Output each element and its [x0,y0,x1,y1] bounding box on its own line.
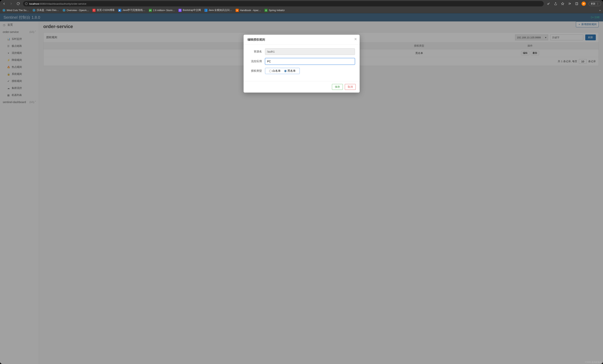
modal-overlay: 编辑授权规则 × 资源名 流控应用 授权类型 [0,13,603,364]
star-icon[interactable] [560,1,565,6]
svg-rect-9 [576,2,578,5]
radio-blacklist[interactable]: 黑名单 [284,69,296,73]
label-type: 授权类型 [248,69,262,73]
favicon-icon: ● [236,9,239,12]
address-bar[interactable]: localhost:8080/#/dashboard/authority/ord… [23,1,544,6]
favicon-icon: C [93,9,95,12]
globe-icon: 🌐 [32,9,35,12]
bookmark-item[interactable]: ▶Java学习完整路线… [118,9,145,12]
globe-icon: 🌐 [2,9,5,12]
bookmark-item[interactable]: ●Handbook - Apac… [236,9,261,12]
bookmarks-bar: 🌐Wind Cuts The Su… 🌐仪表盘 - Halo Das… 🌐Ove… [0,7,603,13]
url-host: localhost [29,2,39,5]
label-app: 流控应用 [248,60,262,63]
cancel-button[interactable]: 取消 [345,84,356,90]
type-radio-group: 白名单 黑名单 [265,68,300,74]
update-button[interactable]: 更新 ⋮ [589,1,601,6]
url-path: /#/dashboard/authority/order-service [46,2,86,5]
edit-rule-modal: 编辑授权规则 × 资源名 流控应用 授权类型 [244,35,359,93]
playlist-icon[interactable] [568,1,572,6]
favicon-icon: ▶ [118,9,121,12]
bookmark-item[interactable]: 🌐仪表盘 - Halo Das… [32,9,59,12]
kebab-icon: ⋮ [597,2,599,5]
flow-app-input[interactable] [265,58,355,65]
svg-point-3 [548,3,549,4]
favicon-icon: ◎ [265,9,267,12]
key-icon[interactable] [546,1,551,6]
bookmark-item[interactable]: 📘Java 全栈知识点问… [204,9,232,12]
favicon-icon: px [149,9,152,12]
bookmark-item[interactable]: 🌐Overview - OpenA… [62,9,89,12]
radio-whitelist[interactable]: 白名单 [269,69,281,73]
favicon-icon: 📘 [204,9,208,12]
back-icon[interactable] [2,1,6,6]
share-icon[interactable] [554,1,558,6]
panel-icon[interactable] [575,1,579,6]
globe-icon: 🌐 [62,9,66,12]
close-icon[interactable]: × [354,37,357,42]
favicon-icon: B [178,9,182,12]
watermark: CSDN @风听晚甚 [585,361,602,364]
save-button[interactable]: 保存 [332,84,343,90]
profile-avatar[interactable]: 杯 [581,1,586,6]
browser-chrome: localhost:8080/#/dashboard/authority/ord… [0,0,603,13]
bookmark-item[interactable]: ◎Spring Initializr [265,9,285,12]
url-port: :8080 [39,2,46,5]
bookmark-item[interactable]: C首页-CSDN博客 [93,9,115,12]
reload-icon[interactable] [16,1,20,6]
svg-marker-5 [561,2,564,5]
modal-title: 编辑授权规则 [247,38,265,41]
bookmark-item[interactable]: px2.6 million+ Stunn… [149,9,175,12]
label-resource: 资源名 [248,50,262,53]
resource-input [265,48,355,55]
bookmark-item[interactable]: 🌐Wind Cuts The Su… [2,9,29,12]
info-icon [25,2,28,5]
forward-icon[interactable] [9,1,13,6]
bookmarks-overflow[interactable]: » [599,9,601,12]
bookmark-item[interactable]: BBootstrap中文网 [178,9,201,12]
